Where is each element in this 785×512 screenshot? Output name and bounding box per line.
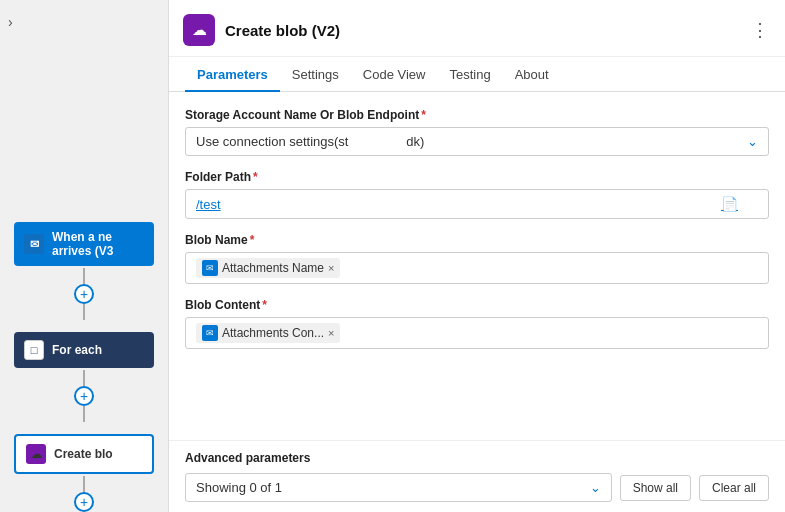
panel-title: Create blob (V2) bbox=[225, 22, 340, 39]
connector-line-3 bbox=[83, 370, 85, 386]
flow-area: › ✉ When a ne arrives (V3 + □ For each +… bbox=[0, 0, 168, 512]
folder-path-input[interactable]: /test 📄 bbox=[185, 189, 769, 219]
folder-path-value: /test bbox=[196, 197, 221, 212]
storage-account-field: Storage Account Name Or Blob Endpoint* U… bbox=[185, 108, 769, 156]
storage-account-label: Storage Account Name Or Blob Endpoint* bbox=[185, 108, 769, 122]
for-each-node[interactable]: □ For each bbox=[14, 332, 154, 368]
folder-path-icon[interactable]: 📄 bbox=[721, 196, 738, 212]
show-all-button[interactable]: Show all bbox=[620, 475, 691, 501]
tabs-bar: Parameters Settings Code View Testing Ab… bbox=[169, 57, 785, 92]
tab-settings[interactable]: Settings bbox=[280, 57, 351, 92]
folder-path-label: Folder Path* bbox=[185, 170, 769, 184]
add-step-button-2[interactable]: + bbox=[74, 386, 94, 406]
panel-header: ☁ Create blob (V2) ⋮ bbox=[169, 0, 785, 57]
storage-account-select[interactable]: Use connection settings(st dk) ⌄ bbox=[185, 127, 769, 156]
connector-2: + bbox=[74, 370, 94, 422]
clear-all-button[interactable]: Clear all bbox=[699, 475, 769, 501]
foreach-icon: □ bbox=[24, 340, 44, 360]
form-area: Storage Account Name Or Blob Endpoint* U… bbox=[169, 92, 785, 440]
blob-name-tag-0: ✉ Attachments Name × bbox=[196, 258, 340, 278]
tab-testing[interactable]: Testing bbox=[437, 57, 502, 92]
connector-line-5 bbox=[83, 476, 85, 492]
blob-name-tag-icon: ✉ bbox=[202, 260, 218, 276]
connector-1: + bbox=[74, 268, 94, 320]
email-trigger-node[interactable]: ✉ When a ne arrives (V3 bbox=[14, 222, 154, 266]
connector-3: + bbox=[74, 476, 94, 512]
storage-account-value: Use connection settings(st dk) bbox=[196, 134, 424, 149]
blob-content-input[interactable]: ✉ Attachments Con... × bbox=[185, 317, 769, 349]
blob-content-tag-0: ✉ Attachments Con... × bbox=[196, 323, 340, 343]
blob-content-tag-icon: ✉ bbox=[202, 325, 218, 341]
blob-node-label: Create blo bbox=[54, 447, 113, 461]
folder-path-field: Folder Path* /test 📄 bbox=[185, 170, 769, 219]
collapse-button[interactable]: › bbox=[8, 14, 13, 30]
blob-name-label: Blob Name* bbox=[185, 233, 769, 247]
blob-name-tag-label: Attachments Name bbox=[222, 261, 324, 275]
connector-line bbox=[83, 268, 85, 284]
blob-name-field: Blob Name* ✉ Attachments Name × bbox=[185, 233, 769, 284]
blob-name-tag-remove[interactable]: × bbox=[328, 262, 334, 274]
panel: ☁ Create blob (V2) ⋮ Parameters Settings… bbox=[168, 0, 785, 512]
tab-codeview[interactable]: Code View bbox=[351, 57, 438, 92]
panel-menu-button[interactable]: ⋮ bbox=[751, 21, 769, 39]
foreach-node-label: For each bbox=[52, 343, 102, 357]
connector-line-4 bbox=[83, 406, 85, 422]
blob-content-tag-label: Attachments Con... bbox=[222, 326, 324, 340]
add-step-button-1[interactable]: + bbox=[74, 284, 94, 304]
advanced-label: Advanced parameters bbox=[185, 451, 769, 465]
email-node-label: When a ne arrives (V3 bbox=[52, 230, 144, 258]
advanced-row: Showing 0 of 1 ⌄ Show all Clear all bbox=[185, 473, 769, 502]
blob-name-input[interactable]: ✉ Attachments Name × bbox=[185, 252, 769, 284]
storage-select-arrow-icon: ⌄ bbox=[747, 134, 758, 149]
add-step-button-3[interactable]: + bbox=[74, 492, 94, 512]
create-blob-node[interactable]: ☁ Create blo bbox=[14, 434, 154, 474]
showing-select-arrow-icon: ⌄ bbox=[590, 480, 601, 495]
panel-icon: ☁ bbox=[183, 14, 215, 46]
tab-parameters[interactable]: Parameters bbox=[185, 57, 280, 92]
showing-select[interactable]: Showing 0 of 1 ⌄ bbox=[185, 473, 612, 502]
tab-about[interactable]: About bbox=[503, 57, 561, 92]
blob-content-field: Blob Content* ✉ Attachments Con... × bbox=[185, 298, 769, 349]
blob-content-label: Blob Content* bbox=[185, 298, 769, 312]
blob-icon: ☁ bbox=[26, 444, 46, 464]
blob-content-tag-remove[interactable]: × bbox=[328, 327, 334, 339]
email-icon: ✉ bbox=[24, 234, 44, 254]
connector-line-2 bbox=[83, 304, 85, 320]
advanced-section: Advanced parameters Showing 0 of 1 ⌄ Sho… bbox=[169, 440, 785, 512]
showing-text: Showing 0 of 1 bbox=[196, 480, 282, 495]
